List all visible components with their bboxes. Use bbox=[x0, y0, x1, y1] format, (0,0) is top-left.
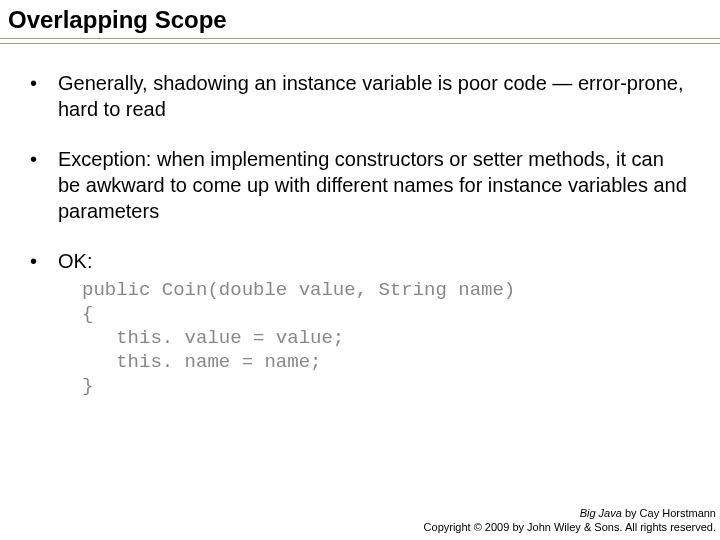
bullet-text: Exception: when implementing constructor… bbox=[58, 146, 690, 224]
content-area: • Generally, shadowing an instance varia… bbox=[0, 44, 720, 398]
bullet-text: OK: bbox=[58, 248, 690, 274]
bullet-item: • Generally, shadowing an instance varia… bbox=[30, 70, 690, 122]
footer-line-1: Big Java by Cay Horstmann bbox=[424, 506, 716, 520]
bullet-text: Generally, shadowing an instance variabl… bbox=[58, 70, 690, 122]
bullet-dot: • bbox=[30, 146, 58, 172]
bullet-item: • OK: bbox=[30, 248, 690, 274]
book-title: Big Java bbox=[580, 507, 622, 519]
author: by Cay Horstmann bbox=[622, 507, 716, 519]
bullet-dot: • bbox=[30, 248, 58, 274]
footer: Big Java by Cay Horstmann Copyright © 20… bbox=[424, 506, 716, 534]
bullet-item: • Exception: when implementing construct… bbox=[30, 146, 690, 224]
footer-line-2: Copyright © 2009 by John Wiley & Sons. A… bbox=[424, 520, 716, 534]
title-area: Overlapping Scope bbox=[0, 0, 720, 38]
slide-title: Overlapping Scope bbox=[8, 6, 712, 34]
bullet-dot: • bbox=[30, 70, 58, 96]
code-block: public Coin(double value, String name) {… bbox=[82, 278, 690, 398]
